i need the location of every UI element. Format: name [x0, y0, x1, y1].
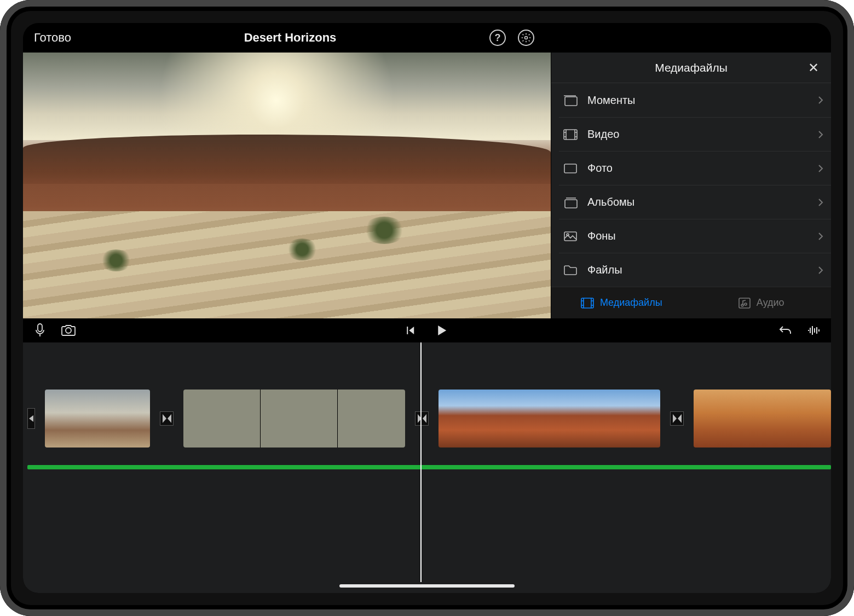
svg-rect-8: [739, 298, 750, 308]
timeline-clip[interactable]: [45, 390, 151, 448]
music-icon: [738, 297, 751, 309]
chevron-right-icon: [818, 96, 823, 104]
media-item-label: Моменты: [587, 94, 818, 107]
svg-rect-11: [38, 324, 42, 332]
timeline-toolbar: [23, 318, 831, 342]
done-button[interactable]: Готово: [31, 28, 74, 47]
chevron-right-icon: [818, 266, 823, 275]
playhead[interactable]: [420, 342, 422, 582]
svg-point-0: [525, 37, 528, 39]
audio-track[interactable]: [27, 465, 831, 469]
record-voiceover-button[interactable]: [32, 322, 48, 339]
media-panel: Медиафайлы ✕ Моменты: [551, 53, 831, 318]
media-item-albums[interactable]: Альбомы: [559, 185, 831, 219]
preview-sky: [23, 53, 551, 140]
media-item-label: Альбомы: [587, 196, 818, 208]
media-category-list: Моменты Видео: [551, 83, 831, 287]
media-item-label: Файлы: [587, 264, 818, 276]
svg-rect-1: [565, 97, 577, 106]
media-panel-title: Медиафайлы: [655, 61, 728, 74]
waveform-icon: [807, 324, 821, 336]
clip-track: [23, 390, 831, 448]
preview-detail: [286, 239, 319, 260]
home-indicator[interactable]: [339, 584, 515, 588]
tab-media[interactable]: Медиафайлы: [551, 287, 691, 318]
transition-marker[interactable]: [415, 411, 429, 426]
microphone-icon: [34, 323, 45, 338]
timeline-clip[interactable]: [183, 390, 405, 448]
media-item-photo[interactable]: Фото: [559, 151, 831, 185]
close-button[interactable]: ✕: [805, 59, 822, 77]
media-item-moments[interactable]: Моменты: [559, 83, 831, 117]
undo-icon: [778, 324, 793, 336]
undo-button[interactable]: [777, 322, 794, 339]
timeline[interactable]: [23, 342, 831, 593]
ipad-frame: Готово Desert Horizons ?: [0, 0, 854, 616]
camera-icon: [61, 324, 76, 336]
video-icon: [559, 128, 582, 141]
media-panel-tabs: Медиафайлы Аудио: [551, 287, 831, 318]
preview-viewer[interactable]: [23, 53, 551, 318]
photo-icon: [559, 162, 582, 175]
media-item-label: Видео: [587, 128, 818, 141]
albums-icon: [559, 196, 582, 209]
chevron-right-icon: [818, 164, 823, 173]
go-to-start-button[interactable]: [402, 322, 418, 339]
app-screen: Готово Desert Horizons ?: [23, 23, 831, 593]
svg-point-10: [745, 303, 747, 305]
svg-point-9: [741, 304, 743, 306]
tab-label: Аудио: [757, 297, 784, 309]
moments-icon: [559, 94, 582, 107]
backgrounds-icon: [559, 230, 582, 243]
transition-marker[interactable]: [670, 411, 684, 426]
settings-button[interactable]: [517, 28, 535, 47]
chevron-right-icon: [818, 232, 823, 241]
gear-icon: [518, 30, 534, 46]
timeline-clip[interactable]: [694, 390, 831, 448]
files-icon: [559, 264, 582, 277]
help-icon: ?: [489, 30, 506, 46]
preview-detail: [100, 249, 132, 271]
transition-marker[interactable]: [160, 411, 174, 426]
tab-label: Медиафайлы: [600, 297, 662, 309]
play-button[interactable]: [434, 322, 450, 339]
audio-waveform-button[interactable]: [806, 322, 822, 339]
camera-button[interactable]: [60, 322, 77, 339]
timeline-clip[interactable]: [438, 390, 660, 448]
media-item-label: Фото: [587, 162, 818, 175]
filmstrip-icon: [580, 297, 595, 309]
preview-detail: [362, 217, 406, 244]
project-title: Desert Horizons: [23, 31, 831, 45]
media-item-label: Фоны: [587, 230, 818, 242]
top-bar: Готово Desert Horizons ?: [23, 23, 831, 53]
tab-audio[interactable]: Аудио: [691, 287, 832, 318]
help-button[interactable]: ?: [488, 28, 507, 47]
svg-point-12: [66, 328, 71, 333]
svg-rect-3: [564, 164, 576, 173]
media-item-backgrounds[interactable]: Фоны: [559, 219, 831, 253]
media-panel-header: Медиафайлы ✕: [551, 53, 831, 83]
timeline-edge-left[interactable]: [27, 408, 35, 429]
media-item-files[interactable]: Файлы: [559, 253, 831, 287]
chevron-right-icon: [818, 198, 823, 207]
media-item-video[interactable]: Видео: [559, 117, 831, 151]
svg-rect-4: [565, 200, 577, 208]
close-icon: ✕: [808, 60, 819, 75]
skip-back-icon: [405, 325, 416, 336]
preview-rocks: [23, 135, 551, 184]
chevron-right-icon: [818, 130, 823, 139]
play-icon: [436, 324, 447, 336]
